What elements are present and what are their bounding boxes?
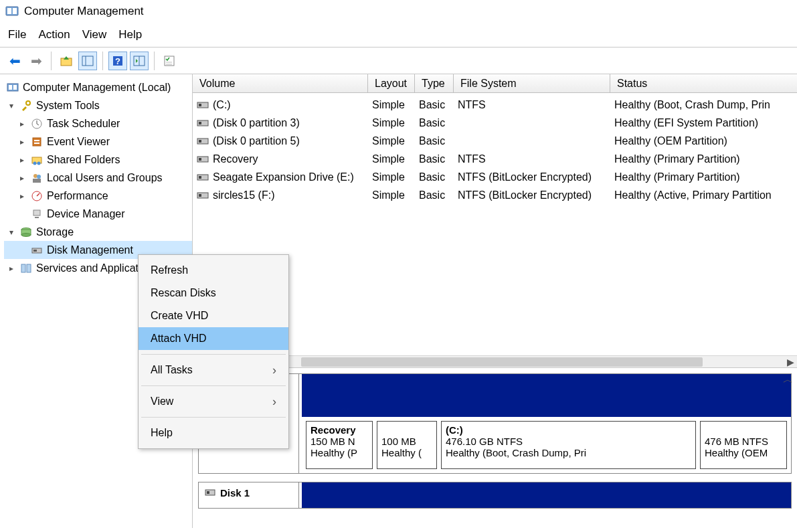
menu-view[interactable]: View [82, 28, 107, 41]
chevron-right-icon[interactable] [17, 137, 27, 147]
tree-performance[interactable]: Performance [4, 187, 192, 205]
nav-forward-button[interactable]: ➡ [27, 52, 46, 70]
scroll-thumb[interactable] [301, 357, 703, 367]
properties-button[interactable] [160, 52, 179, 70]
svg-point-18 [26, 101, 30, 105]
volume-row[interactable]: (Disk 0 partition 5) Simple Basic Health… [193, 132, 797, 150]
nav-back-button[interactable]: ⬅ [5, 52, 24, 70]
disk0-part-c[interactable]: (C:) 476.10 GB NTFS Healthy (Boot, Crash… [441, 421, 696, 469]
volume-layout: Simple [372, 189, 419, 201]
menu-create-vhd[interactable]: Create VHD [139, 304, 288, 327]
svg-rect-48 [199, 176, 201, 179]
volume-fs: NTFS [458, 153, 614, 165]
services-icon [20, 262, 32, 274]
disk0-part-recovery[interactable]: Recovery 150 MB N Healthy (P [306, 421, 373, 469]
volume-type: Basic [419, 189, 458, 201]
chevron-right-icon[interactable] [7, 264, 16, 273]
tree-event-viewer-label: Event Viewer [47, 136, 110, 148]
volume-row[interactable]: Recovery Simple Basic NTFS Healthy (Prim… [193, 150, 797, 168]
menu-help[interactable]: Help [139, 422, 288, 444]
tree-local-users-label: Local Users and Groups [47, 172, 163, 184]
volume-type: Basic [419, 153, 458, 165]
show-tree-button[interactable] [78, 52, 97, 70]
tree-storage[interactable]: Storage [4, 223, 192, 241]
list-panes-icon [133, 55, 145, 67]
volume-icon [197, 173, 209, 182]
col-file-system[interactable]: File System [454, 74, 610, 92]
event-icon [31, 136, 43, 148]
tree-device-manager[interactable]: Device Manager [4, 205, 192, 223]
disk-icon [204, 486, 216, 499]
menu-all-tasks[interactable]: All Tasks [139, 359, 288, 381]
menu-attach-vhd[interactable]: Attach VHD [139, 327, 288, 350]
volume-type: Basic [419, 171, 458, 183]
svg-point-34 [21, 233, 31, 236]
part-title: (C:) [446, 424, 691, 436]
svg-point-27 [37, 175, 41, 179]
menu-file[interactable]: File [8, 28, 26, 41]
refresh-view-button[interactable] [130, 52, 149, 70]
disk0-part-oem[interactable]: 476 MB NTFS Healthy (OEM [700, 421, 787, 469]
menu-view[interactable]: View [139, 390, 288, 413]
volume-row[interactable]: (Disk 0 partition 3) Simple Basic Health… [193, 114, 797, 132]
part-title: Recovery [311, 424, 368, 436]
volume-row[interactable]: Seagate Expansion Drive (E:) Simple Basi… [193, 168, 797, 186]
volume-name: (C:) [213, 99, 231, 111]
arrow-right-icon: ➡ [31, 53, 42, 69]
menu-create-vhd-label: Create VHD [151, 310, 208, 322]
col-volume[interactable]: Volume [193, 74, 368, 92]
tree-root[interactable]: Computer Management (Local) [4, 78, 192, 96]
tree-system-tools[interactable]: System Tools [4, 96, 192, 114]
help-button[interactable]: ? [108, 52, 127, 70]
scroll-right-icon[interactable]: ▶ [787, 357, 794, 367]
svg-rect-52 [207, 491, 209, 494]
volume-layout: Simple [372, 135, 419, 147]
svg-rect-5 [82, 56, 93, 66]
volume-fs: NTFS (BitLocker Encrypted) [458, 171, 614, 183]
volume-row[interactable]: (C:) Simple Basic NTFS Healthy (Boot, Cr… [193, 96, 797, 114]
disk1-label[interactable]: Disk 1 [199, 482, 299, 508]
menu-action[interactable]: Action [38, 28, 70, 41]
volume-status: Healthy (Active, Primary Partition [614, 189, 797, 201]
tree-task-scheduler[interactable]: Task Scheduler [4, 114, 192, 132]
menu-separator [141, 385, 286, 386]
volume-layout: Simple [372, 153, 419, 165]
col-status[interactable]: Status [610, 74, 797, 92]
chevron-right-icon[interactable] [17, 155, 27, 165]
svg-marker-11 [136, 59, 138, 63]
scroll-up-icon[interactable]: ︿ [783, 373, 793, 386]
toolbar: ⬅ ➡ ? [0, 48, 797, 74]
svg-rect-50 [199, 194, 201, 197]
menu-help[interactable]: Help [118, 28, 142, 41]
chevron-right-icon[interactable] [17, 173, 27, 183]
svg-rect-30 [33, 210, 40, 215]
chevron-right-icon[interactable] [17, 191, 27, 201]
toolbar-separator [51, 52, 52, 70]
disk0-part-efi[interactable]: 100 MB Healthy ( [377, 421, 437, 469]
tree-device-manager-label: Device Manager [47, 208, 125, 220]
menu-rescan-label: Rescan Disks [151, 287, 216, 299]
svg-rect-37 [21, 264, 25, 272]
part-status: Healthy (P [311, 447, 368, 458]
disk1-row: Disk 1 [198, 482, 792, 509]
menu-refresh[interactable]: Refresh [139, 259, 288, 282]
col-layout[interactable]: Layout [368, 74, 415, 92]
svg-rect-2 [13, 8, 17, 14]
chevron-down-icon[interactable] [7, 101, 16, 110]
arrow-left-icon: ⬅ [9, 53, 21, 69]
tree-local-users[interactable]: Local Users and Groups [4, 169, 192, 187]
part-size: 150 MB N [311, 436, 368, 447]
tree-event-viewer[interactable]: Event Viewer [4, 132, 192, 151]
folder-up-icon [60, 54, 73, 68]
menu-rescan[interactable]: Rescan Disks [139, 282, 288, 304]
tree-root-label: Computer Management (Local) [23, 82, 171, 94]
up-level-button[interactable] [57, 52, 76, 70]
chevron-right-icon[interactable] [17, 119, 27, 128]
chevron-down-icon[interactable] [7, 228, 16, 237]
volume-row[interactable]: sircles15 (F:) Simple Basic NTFS (BitLoc… [193, 186, 797, 204]
svg-rect-21 [34, 140, 39, 141]
volume-status: Healthy (Boot, Crash Dump, Prin [614, 99, 797, 111]
col-type[interactable]: Type [415, 74, 454, 92]
tree-shared-folders[interactable]: Shared Folders [4, 151, 192, 169]
volume-status: Healthy (EFI System Partition) [614, 117, 797, 129]
